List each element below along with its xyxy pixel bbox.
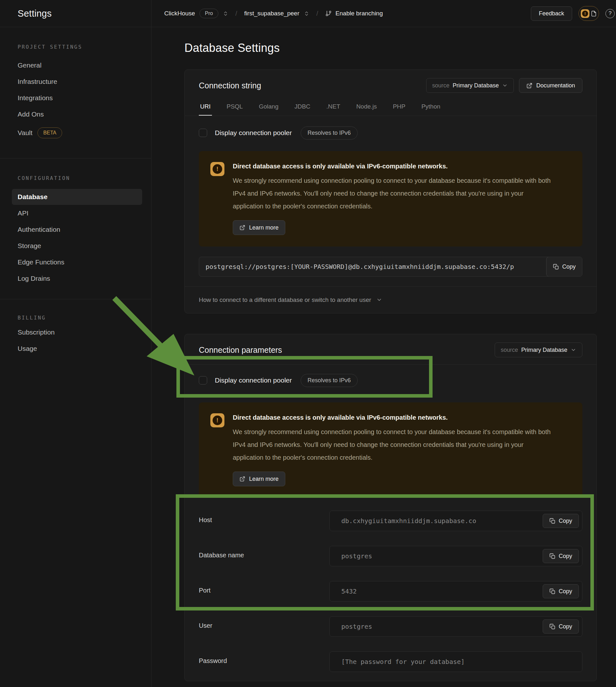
enable-branching-button[interactable]: Enable branching	[325, 10, 383, 17]
sidebar-item-database[interactable]: Database	[12, 189, 142, 205]
port-field: 5432 Copy	[329, 581, 582, 601]
password-placeholder: [The password for your database]	[341, 658, 465, 666]
user-field: postgres Copy	[329, 616, 582, 637]
sidebar-item-subscription[interactable]: Subscription	[18, 329, 144, 335]
port-value: 5432	[341, 588, 357, 595]
resolves-to-ipv6-badge: Resolves to IPv6	[301, 127, 357, 139]
tab-uri[interactable]: URI	[199, 101, 212, 115]
tab-psql[interactable]: PSQL	[225, 101, 244, 115]
source-select[interactable]: source Primary Database	[494, 342, 582, 357]
source-select[interactable]: source Primary Database	[426, 78, 514, 93]
copy-icon	[553, 264, 559, 270]
connection-string-title: Connection string	[199, 81, 261, 90]
connection-uri-value: postgresql://postgres:[YOUR-PASSWORD]@db…	[205, 263, 514, 270]
sidebar-item-general[interactable]: General	[18, 62, 144, 68]
breadcrumb-project[interactable]: first_supabase_peer	[244, 10, 299, 17]
main-content: Database Settings Connection string sour…	[151, 27, 616, 687]
pooler-row: Display connection pooler Resolves to IP…	[199, 373, 582, 388]
sidebar-item-integrations[interactable]: Integrations	[18, 95, 144, 101]
changelog-icon	[591, 10, 597, 17]
section-configuration: CONFIGURATION	[18, 175, 144, 181]
sidebar-header: Settings	[0, 0, 151, 27]
settings-sidebar: PROJECT SETTINGS General Infrastructure …	[0, 27, 151, 687]
feedback-button[interactable]: Feedback	[531, 6, 572, 21]
host-value: db.cxhygiuitamxhniiddjm.supabase.co	[341, 517, 476, 525]
breadcrumb-separator: /	[314, 9, 321, 17]
tab-jdbc[interactable]: JDBC	[293, 101, 312, 115]
sidebar-item-edge-functions[interactable]: Edge Functions	[18, 259, 144, 265]
section-project-settings: PROJECT SETTINGS	[18, 44, 144, 50]
help-button[interactable]: ?	[606, 9, 615, 18]
warning-title: Direct database access is only available…	[233, 413, 553, 422]
chevron-down-icon	[376, 297, 382, 303]
connection-string-card: Connection string source Primary Databas…	[184, 69, 597, 313]
breadcrumb: ClickHouse Pro / first_supabase_peer / E…	[164, 9, 383, 18]
connection-string-header: Connection string source Primary Databas…	[185, 70, 596, 98]
sidebar-item-usage[interactable]: Usage	[18, 346, 144, 352]
copy-database-name-button[interactable]: Copy	[543, 549, 579, 563]
display-connection-pooler-checkbox[interactable]	[199, 376, 207, 384]
sidebar-item-vault[interactable]: Vault BETA	[18, 127, 144, 138]
user-value: postgres	[341, 623, 372, 630]
password-label: Password	[199, 651, 329, 672]
learn-more-button[interactable]: Learn more	[233, 220, 285, 235]
warning-body: We strongly recommend using connection p…	[233, 425, 553, 464]
app-title: Settings	[18, 8, 51, 19]
documentation-button[interactable]: Documentation	[519, 78, 582, 93]
copy-icon	[549, 553, 555, 559]
sidebar-item-add-ons[interactable]: Add Ons	[18, 111, 144, 117]
chevron-down-icon	[502, 83, 508, 88]
connection-parameters-card: Connection parameters source Primary Dat…	[184, 334, 597, 681]
copy-user-button[interactable]: Copy	[543, 619, 579, 634]
database-name-field: postgres Copy	[329, 546, 582, 566]
password-field[interactable]: [The password for your database]	[329, 651, 582, 672]
notifications-button[interactable]: !	[578, 6, 599, 21]
sidebar-item-api[interactable]: API	[18, 210, 144, 216]
warning-body: We strongly recommend using connection p…	[233, 174, 553, 213]
sidebar-item-log-drains[interactable]: Log Drains	[18, 275, 144, 282]
database-name-value: postgres	[341, 552, 372, 560]
project-switcher-icon[interactable]	[304, 11, 309, 16]
param-row-database-name: Database name postgres Copy	[199, 546, 582, 566]
pooler-label: Display connection pooler	[215, 129, 292, 137]
tab-dotnet[interactable]: .NET	[325, 101, 341, 115]
display-connection-pooler-checkbox[interactable]	[199, 129, 207, 137]
external-link-icon	[526, 83, 532, 89]
database-name-label: Database name	[199, 546, 329, 566]
learn-more-button[interactable]: Learn more	[233, 471, 285, 486]
resolves-to-ipv6-badge: Resolves to IPv6	[301, 374, 357, 387]
breadcrumb-org[interactable]: ClickHouse	[164, 10, 195, 17]
connect-help-toggle[interactable]: How to connect to a different database o…	[185, 286, 596, 313]
copy-host-button[interactable]: Copy	[543, 514, 579, 528]
warning-icon: !	[210, 413, 224, 427]
connection-parameters-header: Connection parameters source Primary Dat…	[185, 334, 596, 364]
tab-golang[interactable]: Golang	[258, 101, 280, 115]
sidebar-item-storage[interactable]: Storage	[18, 243, 144, 249]
pooler-label: Display connection pooler	[215, 376, 292, 384]
copy-port-button[interactable]: Copy	[543, 584, 579, 598]
copy-uri-button[interactable]: Copy	[546, 257, 582, 276]
param-row-user: User postgres Copy	[199, 616, 582, 637]
param-row-host: Host db.cxhygiuitamxhniiddjm.supabase.co…	[199, 511, 582, 531]
tab-python[interactable]: Python	[420, 101, 441, 115]
param-row-password: Password [The password for your database…	[199, 651, 582, 672]
external-link-icon	[240, 225, 245, 230]
sidebar-item-infrastructure[interactable]: Infrastructure	[18, 79, 144, 85]
plan-badge: Pro	[199, 9, 218, 18]
tab-nodejs[interactable]: Node.js	[355, 101, 378, 115]
beta-badge: BETA	[38, 127, 62, 138]
page-title: Database Settings	[184, 41, 597, 55]
section-billing: BILLING	[18, 315, 144, 321]
org-switcher-icon[interactable]	[223, 11, 228, 16]
host-field: db.cxhygiuitamxhniiddjm.supabase.co Copy	[329, 511, 582, 531]
external-link-icon	[240, 476, 245, 482]
sidebar-item-authentication[interactable]: Authentication	[18, 226, 144, 233]
sidebar-divider	[0, 158, 151, 158]
tab-php[interactable]: PHP	[392, 101, 406, 115]
copy-icon	[549, 589, 555, 595]
ipv6-warning: ! Direct database access is only availab…	[199, 151, 582, 246]
copy-icon	[549, 518, 555, 524]
warning-icon: !	[210, 162, 224, 176]
git-branch-icon	[325, 10, 332, 17]
connection-parameters-title: Connection parameters	[199, 346, 282, 355]
